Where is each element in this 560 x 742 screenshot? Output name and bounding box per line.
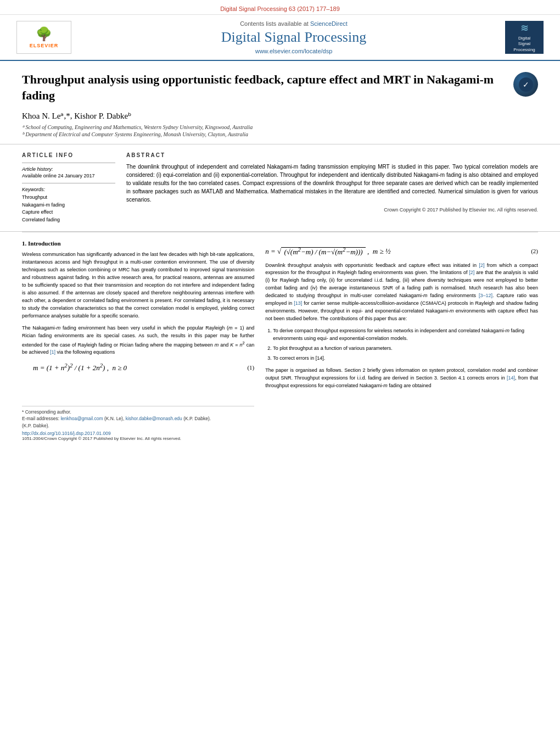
dsp-icon: ≋ bbox=[520, 22, 529, 34]
contributions-list: To derive compact throughput expressions… bbox=[273, 327, 538, 362]
email1-link[interactable]: lenkhoa@gmail.com bbox=[60, 416, 103, 421]
keywords-label: Keywords: bbox=[22, 187, 115, 192]
footer-copyright: 1051-2004/Crown Copyright © 2017 Publish… bbox=[22, 436, 254, 441]
equation-2: n = √ (√(m2−m) / (m−√(m2−m))) , m ≥ ½ (2… bbox=[265, 246, 538, 256]
keyword-throughput: Throughput bbox=[22, 194, 115, 202]
svg-text:✓: ✓ bbox=[523, 80, 529, 89]
intro-para2: The Nakagami-m fading environment has be… bbox=[22, 325, 254, 357]
contribution-3: To correct errors in [14]. bbox=[273, 355, 538, 362]
elsevier-text: ELSEVIER bbox=[30, 43, 59, 48]
right-column: n = √ (√(m2−m) / (m−√(m2−m))) , m ≥ ½ (2… bbox=[265, 240, 538, 441]
available-online: Available online 24 January 2017 bbox=[22, 173, 115, 178]
dsp-label: DigitalSignalProcessing bbox=[513, 36, 535, 53]
corresponding-note: * Corresponding author. bbox=[22, 409, 254, 416]
history-label: Article history: bbox=[22, 166, 115, 172]
eq1-formula: m = (1 + n2)2 / (1 + 2n2) , n ≥ 0 bbox=[33, 362, 127, 372]
contribution-2: To plot throughput as a function of vari… bbox=[273, 345, 538, 353]
contents-available-text: Contents lists available at ScienceDirec… bbox=[82, 20, 505, 27]
eq2-number: (2) bbox=[531, 248, 538, 254]
article-info: ARTICLE INFO Article history: Available … bbox=[22, 152, 115, 224]
footnote-area-left: * Corresponding author. E-mail addresses… bbox=[22, 406, 254, 441]
affiliation-b: ᵇ Department of Electrical and Computer … bbox=[22, 131, 538, 137]
abstract-text: The downlink throughput of independent a… bbox=[126, 163, 538, 204]
equation-1: m = (1 + n2)2 / (1 + 2n2) , n ≥ 0 (1) bbox=[33, 362, 254, 372]
article-body: ARTICLE INFO Article history: Available … bbox=[0, 144, 560, 232]
journal-url: www.elsevier.com/locate/dsp bbox=[82, 48, 505, 54]
journal-title-header: Digital Signal Processing bbox=[82, 29, 505, 46]
dsp-logo: ≋ DigitalSignalProcessing bbox=[505, 21, 544, 54]
main-content: 1. Introduction Wireless communication h… bbox=[0, 232, 560, 449]
elsevier-logo: 🌳 ELSEVIER bbox=[16, 21, 71, 54]
intro-para1: Wireless communication has significantly… bbox=[22, 251, 254, 320]
header-center: Contents lists available at ScienceDirec… bbox=[82, 20, 505, 54]
left-column: 1. Introduction Wireless communication h… bbox=[22, 240, 254, 441]
kp-dabke-note: (K.P. Dabke). bbox=[22, 422, 254, 429]
keyword-capture: Capture effect bbox=[22, 209, 115, 216]
elsevier-tree-icon: 🌳 bbox=[36, 26, 52, 42]
authors: Khoa N. Leᵃ,*, Kishor P. Dabkeᵇ bbox=[22, 111, 538, 121]
crossmark-container: ✓ bbox=[513, 72, 538, 97]
article-info-header: ARTICLE INFO bbox=[22, 152, 115, 158]
abstract-header: ABSTRACT bbox=[126, 152, 538, 158]
journal-bar: Digital Signal Processing 63 (2017) 177–… bbox=[0, 0, 560, 15]
journal-bar-text: Digital Signal Processing 63 (2017) 177–… bbox=[220, 5, 340, 12]
section1-title: 1. Introduction bbox=[22, 240, 254, 247]
abstract-copyright: Crown Copyright © 2017 Published by Else… bbox=[126, 207, 538, 213]
doi-link[interactable]: http://dx.doi.org/10.1016/j.dsp.2017.01.… bbox=[22, 431, 254, 436]
eq2-formula: n = √ (√(m2−m) / (m−√(m2−m))) , m ≥ ½ bbox=[265, 246, 390, 256]
article-title: Throughput analysis using opportunistic … bbox=[22, 72, 538, 103]
contribution-1: To derive compact throughput expressions… bbox=[273, 327, 538, 343]
eq1-number: (1) bbox=[247, 364, 254, 371]
affiliation-a: ᵃ School of Computing, Engineering and M… bbox=[22, 124, 538, 130]
email-line: E-mail addresses: lenkhoa@gmail.com (K.N… bbox=[22, 415, 254, 422]
intro-para3: Downlink throughput analysis with opport… bbox=[265, 262, 538, 323]
intro-para4: The paper is organised as follows. Secti… bbox=[265, 367, 538, 390]
abstract-section: ABSTRACT The downlink throughput of inde… bbox=[126, 152, 538, 224]
crossmark-badge: ✓ bbox=[513, 72, 538, 97]
sciencedirect-link[interactable]: ScienceDirect bbox=[310, 20, 348, 27]
header-area: 🌳 ELSEVIER Contents lists available at S… bbox=[0, 15, 560, 61]
email2-link[interactable]: kishor.dabke@monash.edu bbox=[126, 416, 182, 421]
article-section: ✓ Throughput analysis using opportunisti… bbox=[0, 61, 560, 144]
keyword-correlated: Correlated fading bbox=[22, 216, 115, 224]
keyword-nakagami: Nakagami-m fading bbox=[22, 202, 115, 209]
